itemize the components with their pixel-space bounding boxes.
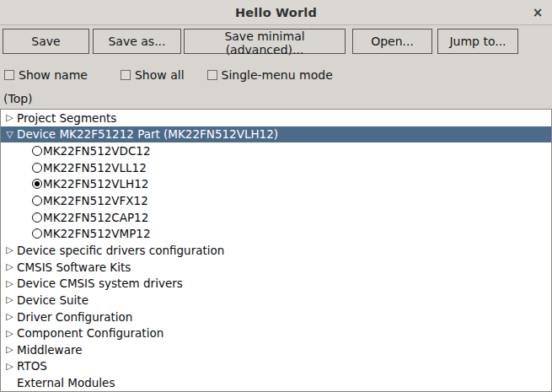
config-tree[interactable]: ▷Project Segments▽Device MK22F51212 Part…: [0, 109, 552, 392]
tree-row-label: Device Suite: [17, 293, 88, 307]
app-window: Hello World × SaveSave as...Save minimal…: [0, 0, 552, 392]
tree-row-driver-configuration[interactable]: ▷Driver Configuration: [1, 309, 551, 325]
tree-row-label: MK22FN512CAP12: [43, 211, 148, 224]
radio-icon[interactable]: [32, 196, 42, 206]
tree-row-label: MK22FN512VMP12: [43, 227, 151, 240]
tree-row-label: Device MK22F51212 Part (MK22FN512VLH12): [17, 127, 278, 141]
tree-row-mk22fn512vlh12[interactable]: MK22FN512VLH12: [1, 176, 551, 193]
expander-collapsed-icon[interactable]: ▷: [4, 245, 15, 255]
tree-row-label: Project Segments: [17, 111, 116, 125]
expander-collapsed-icon[interactable]: ▷: [4, 312, 15, 321]
radio-icon[interactable]: [32, 212, 42, 223]
save-minimal-advanced-button[interactable]: Save minimal (advanced)...: [184, 29, 346, 54]
tree-row-middleware[interactable]: ▷Middleware: [1, 341, 551, 358]
tree-row-project-segments[interactable]: ▷Project Segments: [1, 110, 551, 126]
checkbox-label: Single-menu mode: [222, 68, 333, 82]
tree-row-cmsis-software-kits[interactable]: ▷CMSIS Software Kits: [1, 259, 551, 276]
tree-row-device-cmsis-system-drivers[interactable]: ▷Device CMSIS system drivers: [1, 275, 551, 292]
checkbox-single-menu-mode[interactable]: Single-menu mode: [207, 68, 333, 82]
expander-collapsed-icon[interactable]: ▷: [4, 345, 15, 354]
expander-collapsed-icon[interactable]: ▷: [4, 329, 15, 338]
checkbox-show-name[interactable]: Show name: [4, 68, 88, 82]
radio-dot: [35, 148, 40, 153]
open-button[interactable]: Open...: [352, 29, 432, 54]
tree-row-device-suite[interactable]: ▷Device Suite: [1, 292, 551, 309]
options-row: Show nameShow allSingle-menu mode: [0, 69, 552, 81]
toolbar: SaveSave as...Save minimal (advanced)...…: [0, 29, 552, 54]
tree-row-label: Middleware: [17, 343, 82, 357]
tree-row-label: CMSIS Software Kits: [17, 260, 131, 274]
checkbox-box-icon[interactable]: [4, 70, 14, 80]
radio-dot: [35, 165, 40, 170]
radio-icon[interactable]: [32, 163, 42, 173]
expander-expanded-icon[interactable]: ▽: [4, 130, 15, 139]
checkbox-box-icon[interactable]: [121, 70, 131, 80]
radio-dot: [35, 215, 40, 220]
tree-row-device-mk22f51212-part-mk22fn512vlh12[interactable]: ▽Device MK22F51212 Part (MK22FN512VLH12): [1, 126, 551, 143]
save-as-button[interactable]: Save as...: [93, 29, 181, 54]
radio-icon[interactable]: [32, 146, 42, 156]
tree-row-device-specific-drivers-configuration[interactable]: ▷Device specific drivers configuration: [1, 242, 551, 259]
close-icon[interactable]: ×: [523, 0, 552, 24]
title-bar: Hello World ×: [0, 0, 552, 25]
expander-collapsed-icon[interactable]: ▷: [4, 295, 15, 304]
radio-icon[interactable]: [32, 228, 42, 239]
expander-collapsed-icon[interactable]: ▷: [4, 113, 15, 122]
save-button[interactable]: Save: [3, 29, 89, 54]
tree-row-component-configuration[interactable]: ▷Component Configuration: [1, 325, 551, 341]
expander-collapsed-icon[interactable]: ▷: [4, 262, 15, 271]
checkbox-label: Show all: [135, 68, 185, 82]
checkbox-show-all[interactable]: Show all: [121, 68, 185, 82]
tree-row-label: Driver Configuration: [17, 310, 132, 324]
tree-row-label: Device specific drivers configuration: [17, 244, 224, 257]
tree-row-rtos[interactable]: ▷RTOS: [1, 358, 551, 375]
checkbox-label: Show name: [19, 68, 88, 82]
expander-collapsed-icon[interactable]: ▷: [4, 362, 15, 371]
radio-dot: [35, 198, 40, 203]
tree-row-label: Device CMSIS system drivers: [17, 277, 183, 290]
tree-row-label: MK22FN512VLL12: [43, 161, 147, 175]
radio-dot: [35, 231, 40, 236]
tree-row-mk22fn512vdc12[interactable]: MK22FN512VDC12: [1, 142, 551, 159]
tree-row-label: MK22FN512VDC12: [43, 144, 151, 158]
tree-row-label: MK22FN512VLH12: [43, 177, 148, 191]
tree-row-label: External Modules: [17, 376, 115, 389]
top-label: (Top): [0, 92, 552, 106]
window-title: Hello World: [235, 6, 317, 19]
tree-row-mk22fn512cap12[interactable]: MK22FN512CAP12: [1, 209, 551, 226]
expander-collapsed-icon[interactable]: ▷: [4, 279, 15, 288]
tree-row-label: Component Configuration: [17, 326, 163, 340]
radio-selected-icon[interactable]: [32, 179, 42, 189]
tree-row-external-modules[interactable]: External Modules: [1, 374, 551, 391]
tree-row-mk22fn512vll12[interactable]: MK22FN512VLL12: [1, 159, 551, 176]
checkbox-box-icon[interactable]: [207, 70, 217, 80]
tree-row-label: MK22FN512VFX12: [43, 194, 148, 207]
tree-row-label: RTOS: [17, 359, 47, 373]
tree-row-mk22fn512vfx12[interactable]: MK22FN512VFX12: [1, 192, 551, 209]
tree-row-mk22fn512vmp12[interactable]: MK22FN512VMP12: [1, 225, 551, 242]
jump-to-button[interactable]: Jump to...: [437, 29, 518, 54]
radio-dot: [35, 181, 40, 186]
